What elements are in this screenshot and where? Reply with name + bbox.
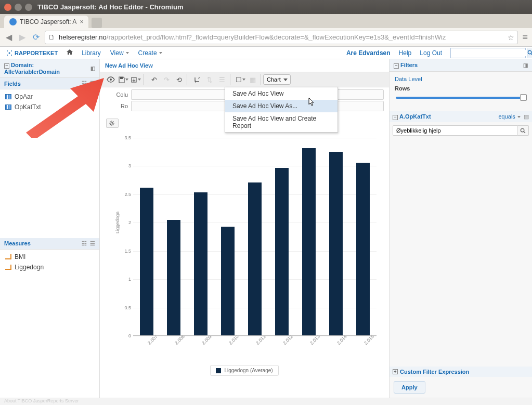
pivot-icon[interactable] xyxy=(191,74,203,85)
fields-list: OpAarOpKatTxt xyxy=(0,89,99,238)
search-button[interactable] xyxy=(527,48,532,58)
back-icon[interactable]: ◀ xyxy=(4,32,14,42)
chart-bar[interactable] xyxy=(302,148,316,336)
new-tab-button[interactable] xyxy=(92,18,102,28)
chart-bar[interactable] xyxy=(329,152,343,336)
svg-point-11 xyxy=(521,128,524,132)
save-button[interactable] xyxy=(118,74,129,85)
save-menu: Save Ad Hoc View Save Ad Hoc View As... … xyxy=(225,87,338,133)
nav-view[interactable]: View xyxy=(110,49,129,57)
field-item[interactable]: OpKatTxt xyxy=(0,102,99,112)
user-name[interactable]: Are Edvardsen xyxy=(346,49,391,57)
page-icon: 🗋 xyxy=(48,33,57,42)
fields-list-icon[interactable]: ☰ xyxy=(90,80,95,87)
window-close-icon[interactable] xyxy=(4,4,11,11)
bookmark-star-icon[interactable]: ☆ xyxy=(508,33,514,42)
export-button[interactable] xyxy=(130,74,141,85)
chart-bar[interactable] xyxy=(356,163,370,336)
domain-header: − Domain: AlleVariablerDomain ◧ xyxy=(0,59,99,78)
measures-list-icon[interactable]: ☰ xyxy=(90,240,95,247)
measures-header: Measures ☷ ☰ xyxy=(0,238,99,250)
slider-thumb[interactable] xyxy=(520,94,527,101)
svg-point-1 xyxy=(7,50,8,51)
sort-icon: ⇅ xyxy=(204,74,215,85)
domain-label: Domain: AlleVariablerDomain xyxy=(4,62,60,75)
fields-options-icon[interactable]: ☷ xyxy=(82,80,87,87)
filter-name: A.OpKatTxt xyxy=(399,113,431,120)
logout-link[interactable]: Log Out xyxy=(420,49,442,57)
legend-label: Liggedogn (Average) xyxy=(224,368,273,373)
nav-library[interactable]: Library xyxy=(82,49,101,57)
undo-icon[interactable]: ↶ xyxy=(148,74,160,85)
display-mode-select-wrap: Chart xyxy=(263,74,291,85)
chart-bar[interactable] xyxy=(248,182,262,336)
svg-rect-8 xyxy=(120,77,123,79)
preview-icon[interactable] xyxy=(105,74,116,85)
filter-operator[interactable]: equals xyxy=(498,113,520,120)
forward-icon: ▶ xyxy=(18,32,27,42)
chart-options-button[interactable] xyxy=(106,119,119,128)
expand-icon[interactable]: + xyxy=(393,369,398,374)
window-buttons xyxy=(4,4,32,11)
measure-icon xyxy=(5,254,11,259)
y-tick-label: 0 xyxy=(121,333,131,338)
custom-filter-header[interactable]: + Custom Filter Expression xyxy=(390,367,532,377)
window-maximize-icon[interactable] xyxy=(25,4,32,11)
search-input[interactable] xyxy=(451,50,527,56)
chart-bar[interactable] xyxy=(275,168,289,336)
filter-menu-icon[interactable]: ▤ xyxy=(524,113,529,120)
right-panel: − Filters ◨ Data Level Rows − A.OpKatTxt… xyxy=(389,59,532,398)
home-icon[interactable] xyxy=(66,48,73,57)
chart-bar[interactable] xyxy=(221,227,235,336)
redo-icon: ↷ xyxy=(161,74,172,85)
options-icon[interactable]: ☐ xyxy=(235,74,246,85)
rows-slider[interactable] xyxy=(396,94,526,102)
measures-list: BMILiggedogn xyxy=(0,250,99,398)
display-mode-select[interactable]: Chart xyxy=(263,74,291,85)
measure-item[interactable]: Liggedogn xyxy=(0,262,99,272)
nav-create[interactable]: Create xyxy=(138,49,162,57)
collapse-icon[interactable]: − xyxy=(394,63,399,69)
app-header: RAPPORTEKET Library View Create Are Edva… xyxy=(0,47,532,59)
window-minimize-icon[interactable] xyxy=(15,4,22,11)
center-panel: New Ad Hoc View ↶ ↷ ⟲ ⇅ ☰ ☐ ▦ xyxy=(100,59,389,398)
chart-bar[interactable] xyxy=(167,220,180,336)
apply-button[interactable]: Apply xyxy=(394,381,425,394)
tab-close-icon[interactable]: × xyxy=(80,18,83,25)
menu-save-create-report[interactable]: Save Ad Hoc View and Create Report xyxy=(225,112,338,132)
measure-icon xyxy=(5,265,11,270)
svg-point-3 xyxy=(7,55,8,56)
search-box xyxy=(450,48,526,58)
browser-toolbar: ◀ ▶ ⟳ 🗋 helseregister.no/rapporteket_pro… xyxy=(0,28,532,47)
address-bar[interactable]: 🗋 helseregister.no/rapporteket_prod/flow… xyxy=(45,31,518,44)
field-item[interactable]: OpAar xyxy=(0,92,99,102)
chart-bar[interactable] xyxy=(194,192,207,336)
field-label: OpKatTxt xyxy=(15,103,41,111)
filter-icon: ☰ xyxy=(216,74,228,85)
collapse-icon[interactable]: − xyxy=(393,115,398,120)
filter-search-button[interactable] xyxy=(517,125,529,136)
browser-tab[interactable]: TIBCO Jaspersoft: A × xyxy=(4,16,88,28)
help-link[interactable]: Help xyxy=(399,49,412,57)
reload-icon[interactable]: ⟳ xyxy=(31,32,41,42)
measures-options-icon[interactable]: ☷ xyxy=(82,240,87,247)
panel-toggle-icon[interactable]: ◧ xyxy=(90,66,95,71)
browser-menu-icon[interactable]: ≡ xyxy=(522,32,528,43)
app-nav: Library View Create xyxy=(82,49,162,57)
filter-card-header: − A.OpKatTxt equals ▤ xyxy=(390,111,532,122)
reset-icon[interactable]: ⟲ xyxy=(173,74,185,85)
measure-item[interactable]: BMI xyxy=(0,252,99,262)
filters-header: − Filters ◨ xyxy=(390,59,532,72)
collapse-icon[interactable]: − xyxy=(4,63,9,69)
data-level-label: Data Level xyxy=(395,76,527,82)
menu-save-as[interactable]: Save Ad Hoc View As... xyxy=(225,100,338,112)
chart-bar[interactable] xyxy=(140,188,153,336)
y-tick-label: 2.5 xyxy=(121,192,131,197)
menu-save[interactable]: Save Ad Hoc View xyxy=(225,87,338,100)
chart-plot: 00.511.522.533.52.0072.0082.0092.0102.01… xyxy=(133,138,377,336)
panel-toggle-icon[interactable]: ◨ xyxy=(523,62,528,68)
logo[interactable]: RAPPORTEKET xyxy=(6,50,58,56)
field-icon xyxy=(5,104,11,110)
svg-point-4 xyxy=(11,55,12,56)
filter-value-input[interactable] xyxy=(393,125,517,136)
